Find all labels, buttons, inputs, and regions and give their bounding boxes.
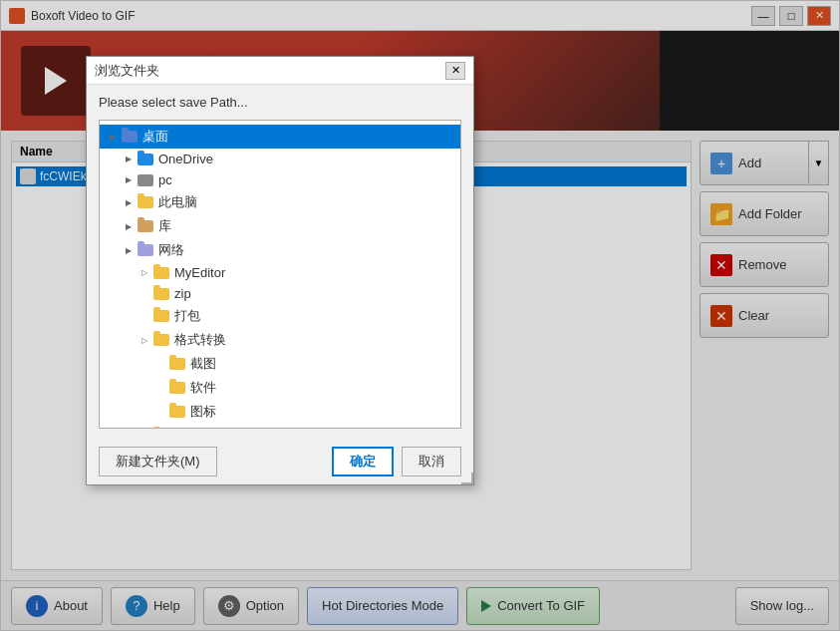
ok-button[interactable]: 确定 — [332, 447, 394, 476]
tree-toggle-icon[interactable]: ▶ — [122, 153, 136, 166]
tree-toggle-icon[interactable]: ▶ — [122, 195, 136, 209]
dialog-title-bar: 浏览文件夹 ✕ — [87, 57, 473, 85]
folder-icon — [138, 220, 153, 232]
folder-icon — [138, 154, 153, 165]
tree-toggle-icon[interactable]: ▶ — [122, 243, 136, 257]
tree-toggle-icon[interactable]: ▶ — [106, 130, 120, 144]
tree-item[interactable]: ▶OneDrive — [100, 149, 460, 169]
tree-item-label: 桌面 — [142, 128, 168, 146]
folder-icon — [138, 244, 153, 256]
tree-item[interactable]: ▶截图 — [100, 352, 460, 376]
dialog-body: Please select save Path... ▶桌面▶OneDrive▶… — [87, 85, 473, 439]
dialog-close-button[interactable]: ✕ — [445, 62, 465, 80]
tree-item-label: MyEditor — [174, 265, 225, 280]
folder-icon — [169, 382, 185, 394]
tree-item-label: 截图 — [190, 355, 216, 373]
tree-toggle-icon[interactable]: ▶ — [122, 219, 136, 233]
tree-item-label: 下载吧 — [174, 427, 213, 429]
tree-toggle-icon[interactable]: ▶ — [122, 173, 136, 187]
folder-icon — [122, 131, 138, 143]
cancel-button[interactable]: 取消 — [402, 447, 461, 476]
tree-item-label: 此电脑 — [158, 193, 197, 211]
tree-item-label: pc — [158, 172, 172, 187]
tree-item[interactable]: ▶pc — [100, 169, 460, 190]
tree-toggle-icon[interactable]: ▷ — [138, 333, 151, 347]
tree-item[interactable]: ▶此电脑 — [100, 190, 460, 214]
dialog-footer: 新建文件夹(M) 确定 取消 — [87, 439, 473, 484]
tree-item-label: 图标 — [190, 403, 216, 421]
folder-icon — [153, 267, 169, 279]
tree-item-label: 软件 — [190, 379, 216, 397]
tree-item-label: 格式转换 — [174, 331, 226, 349]
tree-item[interactable]: ▶图标 — [100, 400, 460, 424]
folder-icon — [153, 310, 169, 322]
tree-item[interactable]: ▷格式转换 — [100, 328, 460, 352]
tree-item[interactable]: ▶桌面 — [100, 125, 460, 149]
file-tree-panel[interactable]: ▶桌面▶OneDrive▶pc▶此电脑▶库▶网络▷MyEditor▶zip▶打包… — [99, 120, 461, 429]
tree-item-label: 网络 — [158, 241, 184, 259]
tree-item[interactable]: ▶库 — [100, 214, 460, 238]
dialog-prompt: Please select save Path... — [99, 95, 461, 110]
folder-icon — [169, 358, 185, 370]
tree-item[interactable]: ▶打包 — [100, 304, 460, 328]
tree-item[interactable]: ▷下载吧 — [100, 424, 460, 429]
tree-item-label: OneDrive — [158, 152, 213, 166]
tree-item-label: zip — [174, 286, 191, 301]
file-browser-dialog: 浏览文件夹 ✕ Please select save Path... ▶桌面▶O… — [86, 56, 474, 485]
tree-item-label: 打包 — [174, 307, 200, 325]
tree-item[interactable]: ▶网络 — [100, 238, 460, 262]
folder-icon — [153, 288, 169, 300]
tree-item[interactable]: ▶软件 — [100, 376, 460, 400]
tree-item[interactable]: ▶zip — [100, 283, 460, 304]
tree-item[interactable]: ▷MyEditor — [100, 262, 460, 283]
folder-icon — [169, 406, 185, 418]
folder-icon — [153, 334, 169, 346]
app-window: Boxoft Video to GIF — □ ✕ Boxoft Video t… — [0, 0, 840, 631]
folder-icon — [138, 174, 153, 186]
folder-icon — [138, 196, 153, 208]
tree-item-label: 库 — [158, 217, 171, 235]
new-folder-button[interactable]: 新建文件夹(M) — [99, 447, 217, 476]
resize-handle[interactable] — [461, 473, 473, 484]
dialog-title-text: 浏览文件夹 — [95, 62, 445, 80]
tree-toggle-icon[interactable]: ▷ — [138, 266, 151, 280]
